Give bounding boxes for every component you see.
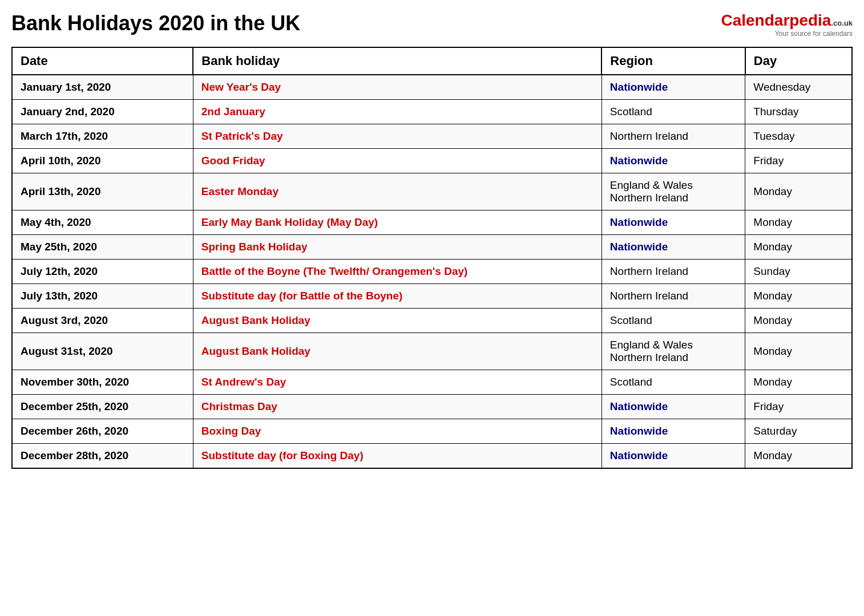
cell-day: Thursday <box>745 100 852 124</box>
cell-holiday: Easter Monday <box>193 173 601 210</box>
page-title: Bank Holidays 2020 in the UK <box>11 11 300 35</box>
page-header: Bank Holidays 2020 in the UK Calendarped… <box>11 11 853 38</box>
cell-region: England & WalesNorthern Ireland <box>601 173 745 210</box>
cell-date: January 2nd, 2020 <box>12 100 193 124</box>
col-day: Day <box>745 47 852 75</box>
cell-date: April 10th, 2020 <box>12 149 193 173</box>
cell-day: Monday <box>745 173 852 210</box>
logo-container: Calendarpedia.co.uk Your source for cale… <box>721 11 853 38</box>
cell-day: Friday <box>745 149 852 173</box>
table-row: January 1st, 2020New Year's DayNationwid… <box>12 75 852 100</box>
table-row: December 25th, 2020Christmas DayNationwi… <box>12 395 852 419</box>
cell-holiday: 2nd January <box>193 100 601 124</box>
cell-region: Nationwide <box>601 444 745 469</box>
logo-text: Calendarpedia.co.uk <box>721 11 853 30</box>
cell-region: Nationwide <box>601 395 745 419</box>
cell-day: Monday <box>745 235 852 260</box>
cell-region: Nationwide <box>601 75 745 100</box>
cell-day: Monday <box>745 284 852 309</box>
cell-date: March 17th, 2020 <box>12 124 193 149</box>
cell-day: Tuesday <box>745 124 852 149</box>
cell-day: Monday <box>745 309 852 333</box>
table-row: May 4th, 2020Early May Bank Holiday (May… <box>12 210 852 235</box>
cell-day: Monday <box>745 210 852 235</box>
cell-holiday: August Bank Holiday <box>193 333 601 370</box>
table-header-row: Date Bank holiday Region Day <box>12 47 852 75</box>
cell-holiday: Spring Bank Holiday <box>193 235 601 260</box>
cell-day: Monday <box>745 333 852 370</box>
cell-region: Northern Ireland <box>601 260 745 284</box>
cell-date: November 30th, 2020 <box>12 370 193 395</box>
cell-day: Monday <box>745 444 852 469</box>
table-row: July 13th, 2020Substitute day (for Battl… <box>12 284 852 309</box>
table-row: December 26th, 2020Boxing DayNationwideS… <box>12 419 852 444</box>
table-row: April 13th, 2020Easter MondayEngland & W… <box>12 173 852 210</box>
holidays-table: Date Bank holiday Region Day January 1st… <box>11 47 853 469</box>
table-row: December 28th, 2020Substitute day (for B… <box>12 444 852 469</box>
table-row: August 31st, 2020August Bank HolidayEngl… <box>12 333 852 370</box>
cell-holiday: Christmas Day <box>193 395 601 419</box>
table-row: January 2nd, 20202nd JanuaryScotlandThur… <box>12 100 852 124</box>
cell-holiday: St Patrick's Day <box>193 124 601 149</box>
cell-holiday: Substitute day (for Boxing Day) <box>193 444 601 469</box>
cell-holiday: Boxing Day <box>193 419 601 444</box>
logo-tld: .co.uk <box>831 19 853 27</box>
col-date: Date <box>12 47 193 75</box>
cell-region: Scotland <box>601 370 745 395</box>
cell-region: Northern Ireland <box>601 124 745 149</box>
cell-holiday: Battle of the Boyne (The Twelfth/ Orange… <box>193 260 601 284</box>
cell-date: January 1st, 2020 <box>12 75 193 100</box>
cell-region: England & WalesNorthern Ireland <box>601 333 745 370</box>
cell-region: Scotland <box>601 309 745 333</box>
cell-day: Sunday <box>745 260 852 284</box>
table-row: April 10th, 2020Good FridayNationwideFri… <box>12 149 852 173</box>
cell-date: May 4th, 2020 <box>12 210 193 235</box>
logo-subtitle: Your source for calendars <box>775 30 853 38</box>
table-row: August 3rd, 2020August Bank HolidayScotl… <box>12 309 852 333</box>
cell-region: Nationwide <box>601 149 745 173</box>
col-region: Region <box>601 47 745 75</box>
cell-date: December 28th, 2020 <box>12 444 193 469</box>
cell-date: May 25th, 2020 <box>12 235 193 260</box>
col-holiday: Bank holiday <box>193 47 601 75</box>
table-row: November 30th, 2020St Andrew's DayScotla… <box>12 370 852 395</box>
table-row: July 12th, 2020Battle of the Boyne (The … <box>12 260 852 284</box>
cell-region: Scotland <box>601 100 745 124</box>
cell-holiday: St Andrew's Day <box>193 370 601 395</box>
cell-region: Nationwide <box>601 419 745 444</box>
cell-region: Northern Ireland <box>601 284 745 309</box>
cell-holiday: New Year's Day <box>193 75 601 100</box>
cell-date: December 26th, 2020 <box>12 419 193 444</box>
cell-date: April 13th, 2020 <box>12 173 193 210</box>
cell-region: Nationwide <box>601 235 745 260</box>
cell-day: Friday <box>745 395 852 419</box>
cell-date: August 31st, 2020 <box>12 333 193 370</box>
table-row: March 17th, 2020St Patrick's DayNorthern… <box>12 124 852 149</box>
logo-calendar: Calendar <box>721 11 789 29</box>
table-row: May 25th, 2020Spring Bank HolidayNationw… <box>12 235 852 260</box>
cell-holiday: August Bank Holiday <box>193 309 601 333</box>
cell-holiday: Good Friday <box>193 149 601 173</box>
logo-pedia: pedia <box>789 11 831 29</box>
cell-date: July 12th, 2020 <box>12 260 193 284</box>
cell-day: Saturday <box>745 419 852 444</box>
cell-date: August 3rd, 2020 <box>12 309 193 333</box>
cell-day: Wednesday <box>745 75 852 100</box>
cell-holiday: Substitute day (for Battle of the Boyne) <box>193 284 601 309</box>
cell-holiday: Early May Bank Holiday (May Day) <box>193 210 601 235</box>
cell-day: Monday <box>745 370 852 395</box>
cell-date: December 25th, 2020 <box>12 395 193 419</box>
cell-region: Nationwide <box>601 210 745 235</box>
cell-date: July 13th, 2020 <box>12 284 193 309</box>
